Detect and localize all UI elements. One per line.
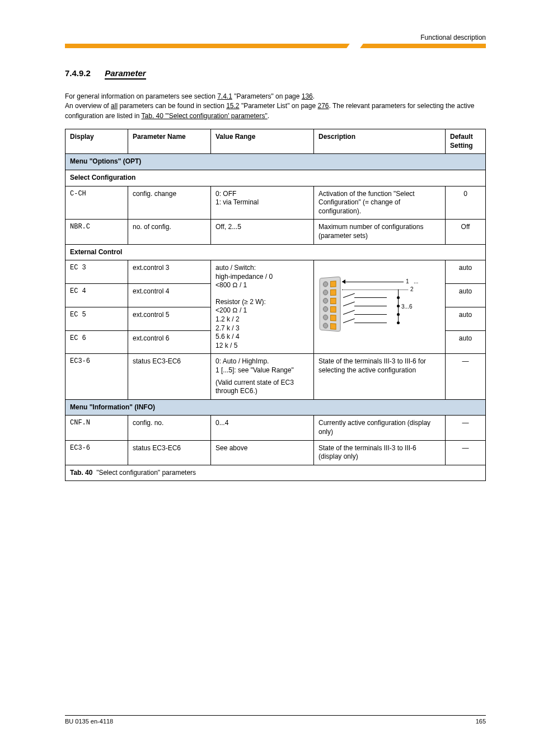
- col-name: Parameter Name: [128, 129, 211, 154]
- page-footer: BU 0135 en-4118 165: [65, 715, 486, 725]
- header-rule: [65, 44, 486, 52]
- section-title: Parameter: [105, 68, 146, 80]
- col-default: Default Setting: [446, 129, 486, 154]
- section-number: 7.4.9.2: [65, 68, 91, 78]
- table-row: EC 3 ext.control 3 auto / Switch: high-i…: [65, 260, 486, 284]
- subhead-ext-control: External Control: [65, 244, 486, 260]
- parameter-table: Display Parameter Name Value Range Descr…: [65, 129, 486, 481]
- table-caption-row: Tab. 40 "Select configuration" parameter…: [65, 465, 486, 481]
- menu-band-options: Menu "Options" (OPT): [65, 154, 486, 170]
- footer-doc-id: BU 0135 en-4118: [65, 718, 113, 725]
- footer-page-number: 165: [476, 718, 486, 725]
- intro-paragraph: For general information on parameters se…: [65, 92, 486, 121]
- terminal-diagram: 1 ... 2: [318, 269, 436, 331]
- col-description: Description: [314, 129, 446, 154]
- table-header-row: Display Parameter Name Value Range Descr…: [65, 129, 486, 154]
- table-row: NBR.C no. of config. Off, 2...5 Maximum …: [65, 220, 486, 244]
- subhead-select-config: Select Configuration: [65, 170, 486, 186]
- table-row: CNF.N config. no. 0...4 Currently active…: [65, 416, 486, 440]
- table-row: EC3-6 status EC3-EC6 See above State of …: [65, 440, 486, 465]
- table-row: EC3-6 status EC3-EC6 0: Auto / HighImp. …: [65, 354, 486, 399]
- col-range: Value Range: [211, 129, 314, 154]
- col-display: Display: [65, 129, 128, 154]
- table-row: C-CH config. change 0: OFF 1: via Termin…: [65, 186, 486, 220]
- menu-band-info: Menu "Information" (INFO): [65, 399, 486, 416]
- header-title: Functional description: [65, 34, 486, 41]
